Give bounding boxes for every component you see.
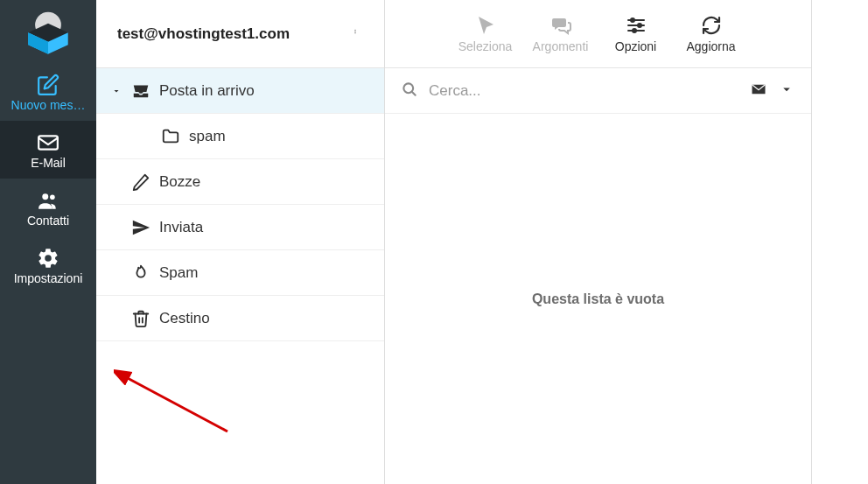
empty-message-list: Questa lista è vuota bbox=[385, 114, 811, 484]
svg-point-9 bbox=[354, 32, 355, 33]
folder-drafts[interactable]: Bozze bbox=[96, 159, 384, 205]
search-bar bbox=[385, 68, 811, 114]
tool-refresh-label: Aggiorna bbox=[686, 39, 735, 53]
svg-point-13 bbox=[631, 18, 634, 22]
cursor-icon bbox=[475, 15, 496, 36]
svg-rect-4 bbox=[38, 136, 58, 149]
tool-threads[interactable]: Argomenti bbox=[533, 15, 589, 53]
folder-sent-label: Inviata bbox=[159, 219, 203, 236]
search-options-toggle[interactable] bbox=[778, 81, 795, 101]
svg-point-14 bbox=[638, 24, 641, 27]
folder-trash-label: Cestino bbox=[159, 310, 210, 327]
nav-settings-label: Impostazioni bbox=[10, 271, 87, 285]
tool-refresh[interactable]: Aggiorna bbox=[683, 15, 739, 53]
svg-line-17 bbox=[412, 91, 416, 95]
tool-options-label: Opzioni bbox=[615, 39, 656, 53]
app-logo bbox=[0, 0, 96, 63]
folder-list: Posta in arrivo spam Bozze bbox=[96, 68, 384, 341]
svg-point-8 bbox=[354, 31, 355, 32]
left-rail: Nuovo mes… E-Mail Contatti Impostazioni bbox=[0, 0, 96, 484]
folder-inbox-spam[interactable]: spam bbox=[96, 114, 384, 159]
search-input[interactable] bbox=[429, 82, 739, 100]
tool-threads-label: Argomenti bbox=[533, 39, 589, 53]
folder-inbox-label: Posta in arrivo bbox=[159, 82, 255, 100]
mail-icon bbox=[37, 131, 60, 154]
nav-compose[interactable]: Nuovo mes… bbox=[0, 63, 96, 121]
flame-icon bbox=[131, 263, 150, 283]
account-bar: test@vhostingtest1.com bbox=[96, 0, 384, 68]
pencil-icon bbox=[131, 172, 150, 192]
svg-point-15 bbox=[633, 29, 636, 32]
svg-point-7 bbox=[354, 30, 355, 31]
compose-icon bbox=[37, 74, 60, 96]
folder-icon bbox=[161, 127, 180, 146]
nav-compose-label: Nuovo mes… bbox=[8, 98, 89, 112]
chevron-down-icon[interactable] bbox=[110, 86, 122, 96]
comments-icon bbox=[550, 15, 571, 36]
chevron-down-icon bbox=[778, 81, 795, 97]
refresh-icon bbox=[701, 15, 722, 36]
nav-settings[interactable]: Impostazioni bbox=[0, 236, 96, 294]
empty-message-text: Questa lista è vuota bbox=[532, 291, 664, 307]
tool-select-label: Seleziona bbox=[458, 39, 513, 53]
folder-junk[interactable]: Spam bbox=[96, 250, 384, 296]
folder-drafts-label: Bozze bbox=[159, 173, 200, 191]
tool-select[interactable]: Seleziona bbox=[458, 15, 514, 53]
folder-trash[interactable]: Cestino bbox=[96, 296, 384, 341]
folder-inbox-spam-label: spam bbox=[189, 128, 226, 145]
nav-contacts-label: Contatti bbox=[24, 214, 73, 228]
nav-mail-label: E-Mail bbox=[27, 156, 69, 170]
account-email: test@vhostingtest1.com bbox=[117, 25, 290, 43]
search-icon bbox=[401, 81, 418, 102]
inbox-icon bbox=[131, 81, 150, 101]
nav-contacts[interactable]: Contatti bbox=[0, 179, 96, 236]
gear-icon bbox=[37, 247, 60, 270]
nav-mail[interactable]: E-Mail bbox=[0, 121, 96, 179]
message-toolbar: Seleziona Argomenti Opzioni Aggiorna bbox=[385, 0, 811, 68]
kebab-icon bbox=[353, 23, 358, 40]
folder-sent[interactable]: Inviata bbox=[96, 205, 384, 250]
contacts-icon bbox=[37, 189, 60, 212]
folder-junk-label: Spam bbox=[159, 264, 198, 282]
svg-point-5 bbox=[42, 193, 48, 200]
svg-point-6 bbox=[50, 194, 55, 200]
trash-icon bbox=[131, 309, 150, 328]
message-pane: Seleziona Argomenti Opzioni Aggiorna bbox=[385, 0, 812, 484]
folder-pane: test@vhostingtest1.com Posta in arrivo bbox=[96, 0, 385, 484]
folder-inbox[interactable]: Posta in arrivo bbox=[96, 68, 384, 114]
tool-options[interactable]: Opzioni bbox=[608, 15, 664, 53]
sliders-icon bbox=[626, 15, 647, 36]
envelope-icon bbox=[750, 81, 767, 97]
account-menu-button[interactable] bbox=[347, 19, 363, 48]
search-scope-button[interactable] bbox=[750, 81, 767, 101]
paper-plane-icon bbox=[131, 218, 150, 237]
